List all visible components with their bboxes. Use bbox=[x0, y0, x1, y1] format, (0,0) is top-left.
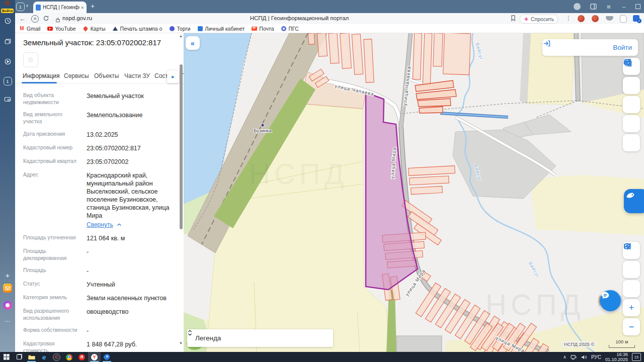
extension-icon-2[interactable] bbox=[592, 15, 599, 22]
window-minimize-button[interactable]: – bbox=[622, 0, 625, 13]
account-icon bbox=[197, 26, 203, 31]
extension-icon-3[interactable] bbox=[620, 15, 627, 23]
print-button[interactable] bbox=[623, 134, 640, 151]
field-row: Кадастровая стоимость1 848 647,28 руб. bbox=[23, 340, 174, 352]
internet-explorer-icon[interactable]: e bbox=[38, 352, 50, 362]
file-explorer-icon[interactable] bbox=[25, 352, 38, 362]
menu-icon[interactable]: ≡ bbox=[607, 0, 611, 13]
tab-information[interactable]: Информация bbox=[23, 72, 59, 79]
profile-login-label: Войти bbox=[1, 9, 14, 13]
collapse-panel-button[interactable]: « bbox=[186, 36, 200, 50]
app-icon-drop[interactable] bbox=[101, 352, 113, 362]
back-icon[interactable]: ← bbox=[19, 15, 26, 23]
yandex-services-icon[interactable]: Я bbox=[31, 15, 39, 23]
tabs-scroll-right-button[interactable]: ▸ bbox=[167, 70, 179, 83]
collapse-address-link[interactable]: Свернуть bbox=[87, 221, 113, 229]
bookmark-mail[interactable]: Почта bbox=[252, 26, 274, 32]
panels-icon[interactable] bbox=[590, 0, 597, 13]
tray-expand-icon[interactable]: ∧ bbox=[563, 354, 567, 359]
minimap-button[interactable] bbox=[623, 261, 640, 278]
tab-counter-button[interactable]: 1 bbox=[16, 3, 25, 11]
selected-parcel-polygon[interactable] bbox=[366, 93, 418, 290]
scroll-down-icon[interactable]: ▼ bbox=[179, 341, 183, 345]
bookmark-pgs[interactable]: ПГС bbox=[281, 26, 299, 32]
select-area-button[interactable] bbox=[623, 96, 640, 113]
screenshot-icon[interactable] bbox=[2, 94, 13, 105]
tab-close-icon[interactable]: × bbox=[81, 5, 84, 11]
field-row: Вид объекта недвижимостиЗемельный участо… bbox=[23, 92, 174, 106]
zoom-in-button[interactable]: + bbox=[623, 299, 640, 316]
yandex-old-browser-icon[interactable]: Я bbox=[75, 352, 88, 362]
scroll-up-icon[interactable]: ▲ bbox=[179, 34, 183, 38]
tab-parts[interactable]: Части ЗУ bbox=[124, 72, 150, 79]
volume-icon[interactable] bbox=[581, 354, 587, 360]
bookmark-account[interactable]: Личный кабинет bbox=[197, 26, 245, 32]
notification-center-icon[interactable]: 15 bbox=[632, 353, 641, 361]
chat-support-button[interactable] bbox=[600, 290, 621, 311]
youtube-icon bbox=[47, 26, 53, 31]
bookmark-maps[interactable]: Карты bbox=[83, 26, 106, 32]
more-icon[interactable]: … bbox=[2, 314, 13, 325]
active-tab-underline bbox=[22, 82, 57, 83]
yandex-browser-icon[interactable]: Y bbox=[88, 352, 101, 362]
history-icon[interactable] bbox=[2, 15, 13, 26]
zoom-out-button[interactable]: − bbox=[623, 318, 640, 335]
tab-favicon-icon bbox=[36, 5, 41, 11]
field-list: Вид объекта недвижимостиЗемельный участо… bbox=[23, 92, 174, 352]
tab-services[interactable]: Сервисы bbox=[64, 72, 89, 79]
browser-tab[interactable]: НСПД | Геоинформац × bbox=[33, 2, 87, 13]
ask-ai-button[interactable]: Спросить bbox=[520, 15, 558, 24]
bookmark-gmail[interactable]: MGmail bbox=[19, 26, 40, 32]
bookmark-torgi[interactable]: Торги bbox=[169, 26, 190, 32]
taskbar-clock[interactable]: 16:36 01.10.2025 bbox=[605, 352, 628, 362]
extension-icon-4[interactable]: ✓ bbox=[633, 15, 639, 22]
collections-icon[interactable] bbox=[2, 36, 13, 47]
share-button[interactable] bbox=[623, 115, 640, 132]
language-indicator[interactable]: РУС bbox=[591, 354, 601, 360]
new-tab-button[interactable]: + bbox=[91, 2, 95, 10]
browser-avatar[interactable] bbox=[574, 0, 581, 13]
panel-scrollbar[interactable]: ▲ ▼ bbox=[179, 34, 183, 351]
sputnik-browser-icon[interactable]: C bbox=[50, 352, 63, 362]
kebab-menu-icon[interactable]: ⋮ bbox=[566, 15, 572, 22]
map-login-button[interactable]: Войти bbox=[542, 39, 638, 56]
tab-counter-icon[interactable]: 1 bbox=[2, 75, 13, 86]
network-icon[interactable] bbox=[571, 354, 577, 360]
url-text[interactable]: nspd.gov.ru bbox=[62, 15, 92, 21]
bookmark-flag-icon[interactable] bbox=[510, 15, 516, 24]
tabs-chevron-icon[interactable]: ∨ bbox=[26, 4, 29, 8]
measure-button[interactable] bbox=[623, 77, 640, 94]
video-icon[interactable] bbox=[2, 56, 13, 67]
start-button[interactable] bbox=[0, 352, 13, 362]
window-restore-button[interactable] bbox=[635, 0, 640, 13]
incognito-mask-icon[interactable] bbox=[606, 16, 613, 21]
legend-bar[interactable]: Легенда bbox=[187, 329, 333, 347]
alice-assistant-icon[interactable] bbox=[2, 300, 13, 311]
browser-profile-login-button[interactable]: Войти bbox=[1, 1, 14, 13]
map-canvas[interactable]: НСПД НСПД улица Чапаева улица Чапаева ул… bbox=[184, 33, 644, 352]
tab-objects[interactable]: Объекты bbox=[94, 72, 119, 79]
map-watermark: НСПД bbox=[249, 157, 348, 190]
map-watermark: НСПД bbox=[486, 288, 585, 321]
favorite-star-button[interactable]: ☆ bbox=[23, 52, 38, 67]
yandex-mail-icon[interactable] bbox=[2, 283, 13, 294]
torgi-icon bbox=[169, 26, 175, 31]
extension-icon-1[interactable] bbox=[578, 15, 585, 22]
add-panel-icon[interactable]: + bbox=[2, 269, 13, 281]
cadastral-parcels-highlight bbox=[415, 80, 456, 113]
search-coordinates-button[interactable] bbox=[623, 280, 640, 297]
task-view-button[interactable] bbox=[13, 352, 25, 362]
refresh-icon[interactable] bbox=[43, 15, 49, 24]
taskbar-time: 16:36 bbox=[605, 352, 628, 357]
tab-title: НСПД | Геоинформац bbox=[43, 5, 79, 10]
bookmark-stamp-print[interactable]: Печать штампа о bbox=[113, 26, 163, 32]
scrollbar-thumb[interactable] bbox=[180, 64, 183, 229]
station-label: Бузинка bbox=[254, 128, 272, 133]
assistant-icon bbox=[624, 189, 637, 202]
bookmark-youtube[interactable]: YouTube bbox=[47, 26, 75, 32]
map-scale: 100 м bbox=[609, 339, 635, 348]
assistant-badge[interactable] bbox=[624, 189, 644, 213]
legend-expand-icon[interactable] bbox=[187, 329, 193, 336]
chrome-icon[interactable] bbox=[63, 352, 75, 362]
canal-bridge bbox=[440, 113, 508, 117]
